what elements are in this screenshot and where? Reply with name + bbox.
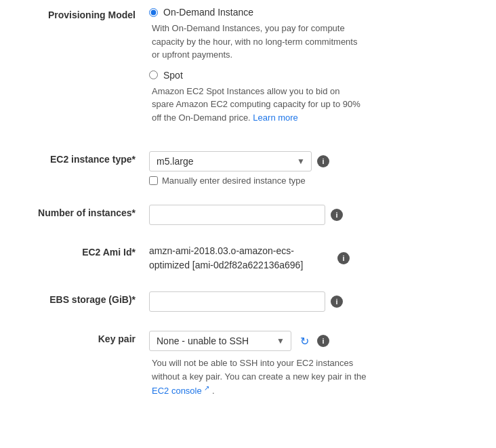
on-demand-radio[interactable] [149, 8, 158, 17]
provisioning-model-label: Provisioning Model [14, 7, 149, 20]
ec2-ami-id-label: EC2 Ami Id* [14, 244, 149, 258]
on-demand-label[interactable]: On-Demand Instance [163, 7, 253, 18]
ec2-instance-type-content: m5.large t2.micro t2.small t3.medium c5.… [149, 151, 482, 186]
provisioning-model-row: Provisioning Model On-Demand Instance Wi… [14, 7, 482, 132]
ebs-storage-label: EBS storage (GiB)* [14, 291, 149, 305]
ec2-ami-id-value: amzn-ami-2018.03.o-amazon-ecs-optimized … [149, 244, 332, 272]
ec2-console-link[interactable]: EC2 console ↗ [152, 386, 212, 396]
key-pair-info-icon[interactable]: i [317, 335, 329, 347]
ebs-storage-row: EBS storage (GiB)* 22 i [14, 291, 482, 312]
on-demand-option[interactable]: On-Demand Instance [149, 7, 482, 18]
ec2-instance-type-select-wrapper: m5.large t2.micro t2.small t3.medium c5.… [149, 151, 312, 171]
ec2-ami-id-controls: amzn-ami-2018.03.o-amazon-ecs-optimized … [149, 244, 482, 272]
spot-option[interactable]: Spot [149, 70, 482, 81]
number-of-instances-label: Number of instances* [14, 205, 149, 218]
key-pair-row: Key pair None - unable to SSH my-key-pai… [14, 331, 482, 406]
manual-instance-type-row: Manually enter desired instance type [149, 176, 482, 186]
ebs-storage-content: 22 i [149, 291, 482, 312]
ebs-storage-input[interactable]: 22 [149, 291, 325, 312]
manual-instance-label[interactable]: Manually enter desired instance type [162, 176, 306, 186]
ebs-storage-info-icon[interactable]: i [331, 296, 343, 308]
ec2-ami-id-row: EC2 Ami Id* amzn-ami-2018.03.o-amazon-ec… [14, 244, 482, 272]
key-pair-content: None - unable to SSH my-key-pair ▼ ↻ i Y… [149, 331, 482, 406]
key-pair-warning-text: You will not be able to SSH into your EC… [152, 358, 367, 382]
manual-instance-checkbox[interactable] [149, 176, 158, 185]
provisioning-model-content: On-Demand Instance With On-Demand Instan… [149, 7, 482, 132]
key-pair-select-wrapper: None - unable to SSH my-key-pair ▼ [149, 331, 291, 351]
spot-radio[interactable] [149, 70, 158, 79]
key-pair-select[interactable]: None - unable to SSH my-key-pair [149, 331, 291, 351]
ec2-ami-id-info-icon[interactable]: i [337, 252, 350, 264]
external-link-icon: ↗ [204, 384, 209, 392]
key-pair-label: Key pair [14, 331, 149, 344]
key-pair-controls: None - unable to SSH my-key-pair ▼ ↻ i [149, 331, 482, 351]
ec2-instance-type-select[interactable]: m5.large t2.micro t2.small t3.medium c5.… [149, 151, 312, 171]
ec2-instance-type-controls: m5.large t2.micro t2.small t3.medium c5.… [149, 151, 482, 171]
ec2-ami-id-content: amzn-ami-2018.03.o-amazon-ecs-optimized … [149, 244, 482, 272]
number-of-instances-input[interactable]: 1 [149, 205, 325, 225]
on-demand-description: With On-Demand Instances, you pay for co… [152, 22, 362, 62]
ebs-storage-controls: 22 i [149, 291, 482, 312]
ec2-instance-type-label: EC2 instance type* [14, 151, 149, 165]
ec2-instance-type-info-icon[interactable]: i [317, 155, 329, 167]
number-of-instances-info-icon[interactable]: i [331, 209, 343, 221]
number-of-instances-row: Number of instances* 1 i [14, 205, 482, 225]
refresh-key-pair-icon[interactable]: ↻ [297, 333, 312, 348]
key-pair-warning: You will not be able to SSH into your EC… [152, 357, 382, 398]
spot-description: Amazon EC2 Spot Instances allow you to b… [152, 85, 362, 125]
learn-more-link[interactable]: Learn more [253, 113, 297, 123]
spot-label[interactable]: Spot [163, 70, 183, 81]
number-of-instances-controls: 1 i [149, 205, 482, 225]
ec2-instance-type-row: EC2 instance type* m5.large t2.micro t2.… [14, 151, 482, 186]
number-of-instances-content: 1 i [149, 205, 482, 225]
